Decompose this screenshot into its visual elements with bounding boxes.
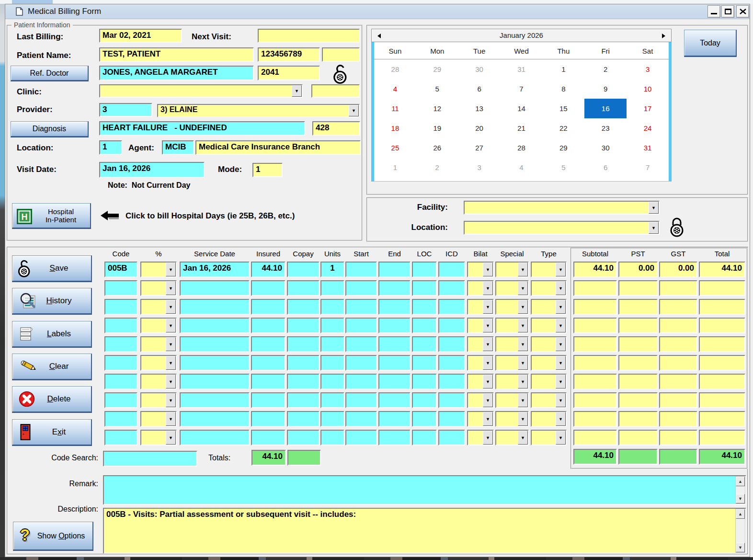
- grid-cell-total[interactable]: [699, 280, 745, 296]
- grid-cell-start[interactable]: [345, 374, 377, 389]
- grid-combo-special[interactable]: ▼: [495, 355, 529, 371]
- diagnosis-field[interactable]: HEART FAILURE - UNDEFINED: [99, 121, 305, 136]
- patient-phn-field[interactable]: 123456789: [258, 47, 320, 62]
- grid-cell-service_date[interactable]: Jan 16, 2026: [180, 262, 250, 277]
- grid-cell-units[interactable]: [320, 430, 344, 446]
- grid-cell-total[interactable]: [699, 318, 745, 333]
- grid-combo-special-arrow-icon[interactable]: ▼: [518, 375, 528, 389]
- calendar-day[interactable]: 9: [584, 79, 627, 99]
- grid-combo-pct-arrow-icon[interactable]: ▼: [166, 319, 176, 332]
- facility-location-dropdown[interactable]: ▼: [464, 221, 660, 235]
- grid-combo-bilat[interactable]: ▼: [467, 355, 494, 371]
- calendar-day[interactable]: 27: [458, 138, 501, 158]
- grid-combo-special[interactable]: ▼: [495, 411, 529, 427]
- grid-cell-loc[interactable]: [412, 262, 437, 277]
- next-visit-field[interactable]: [258, 29, 360, 43]
- calendar-day[interactable]: 2: [584, 59, 627, 79]
- grid-combo-pct[interactable]: ▼: [140, 355, 177, 371]
- grid-cell-icd[interactable]: [438, 280, 465, 296]
- grid-cell-service_date[interactable]: [180, 318, 250, 333]
- grid-cell-pst[interactable]: [618, 280, 658, 296]
- calendar-day[interactable]: 24: [627, 118, 669, 138]
- grid-cell-pst[interactable]: [618, 392, 658, 408]
- grid-cell-icd[interactable]: [438, 336, 465, 352]
- grid-cell-gst[interactable]: [659, 430, 697, 446]
- grid-combo-special-arrow-icon[interactable]: ▼: [518, 393, 528, 407]
- grid-cell-gst[interactable]: [659, 336, 697, 352]
- diagnosis-code-field[interactable]: 428: [312, 121, 360, 136]
- close-button[interactable]: [736, 5, 749, 18]
- grid-cell-code[interactable]: [104, 280, 137, 296]
- grid-cell-insured[interactable]: 44.10: [251, 262, 285, 277]
- grid-cell-insured[interactable]: [251, 374, 285, 389]
- grid-combo-type[interactable]: ▼: [531, 411, 567, 427]
- grid-cell-icd[interactable]: [438, 262, 465, 277]
- grid-cell-pst[interactable]: [618, 430, 658, 446]
- grid-cell-start[interactable]: [345, 430, 377, 446]
- ref-doctor-button[interactable]: Ref. Doctor: [11, 66, 89, 81]
- grid-cell-copay[interactable]: [287, 430, 319, 446]
- grid-cell-icd[interactable]: [438, 355, 465, 371]
- grid-cell-total[interactable]: 44.10: [699, 262, 745, 277]
- grid-cell-loc[interactable]: [412, 280, 437, 296]
- grid-cell-end[interactable]: [378, 262, 411, 277]
- grid-cell-code[interactable]: [104, 430, 137, 446]
- ref-doctor-field[interactable]: JONES, ANGELA MARGARET: [99, 66, 254, 80]
- grid-combo-bilat-arrow-icon[interactable]: ▼: [483, 356, 493, 370]
- grid-cell-code[interactable]: [104, 355, 137, 371]
- calendar-day[interactable]: 22: [542, 118, 584, 138]
- delete-button[interactable]: Delete: [12, 386, 92, 413]
- last-billing-field[interactable]: Mar 02, 2021: [99, 29, 182, 43]
- grid-combo-bilat[interactable]: ▼: [467, 392, 494, 408]
- calendar-day[interactable]: 7: [501, 79, 543, 99]
- grid-cell-loc[interactable]: [412, 336, 437, 352]
- grid-cell-icd[interactable]: [438, 411, 465, 427]
- grid-combo-type[interactable]: ▼: [531, 392, 567, 408]
- grid-cell-units[interactable]: [320, 392, 344, 408]
- clinic-dropdown-arrow-icon[interactable]: ▼: [292, 85, 302, 97]
- grid-combo-bilat[interactable]: ▼: [467, 374, 494, 389]
- location-field[interactable]: 1: [99, 140, 122, 155]
- grid-cell-service_date[interactable]: [180, 430, 250, 446]
- grid-cell-end[interactable]: [378, 355, 411, 371]
- grid-cell-end[interactable]: [378, 411, 411, 427]
- grid-combo-bilat-arrow-icon[interactable]: ▼: [483, 431, 493, 445]
- grid-combo-bilat-arrow-icon[interactable]: ▼: [483, 412, 493, 426]
- grid-cell-start[interactable]: [345, 280, 377, 296]
- grid-combo-special-arrow-icon[interactable]: ▼: [518, 300, 528, 314]
- grid-combo-type-arrow-icon[interactable]: ▼: [556, 337, 566, 351]
- history-button[interactable]: History: [12, 288, 92, 315]
- grid-cell-service_date[interactable]: [180, 280, 250, 296]
- grid-combo-type[interactable]: ▼: [531, 355, 567, 371]
- grid-cell-copay[interactable]: [287, 355, 319, 371]
- calendar-day[interactable]: 18: [374, 118, 416, 138]
- grid-cell-subtotal[interactable]: [573, 355, 617, 371]
- grid-combo-pct[interactable]: ▼: [140, 411, 177, 427]
- calendar-day[interactable]: 21: [501, 118, 543, 138]
- grid-cell-code[interactable]: [104, 374, 137, 389]
- patient-name-field[interactable]: TEST, PATIENT: [99, 47, 254, 62]
- grid-cell-end[interactable]: [378, 318, 411, 333]
- grid-cell-icd[interactable]: [438, 299, 465, 315]
- grid-combo-special-arrow-icon[interactable]: ▼: [518, 281, 528, 295]
- grid-cell-service_date[interactable]: [180, 299, 250, 315]
- grid-combo-bilat[interactable]: ▼: [467, 280, 494, 296]
- grid-combo-pct-arrow-icon[interactable]: ▼: [166, 375, 176, 389]
- grid-cell-service_date[interactable]: [180, 411, 250, 427]
- clear-button[interactable]: Clear: [12, 354, 92, 380]
- facility-location-dropdown-arrow-icon[interactable]: ▼: [649, 222, 659, 234]
- calendar-day[interactable]: 15: [542, 99, 584, 118]
- grid-combo-pct[interactable]: ▼: [140, 318, 177, 333]
- calendar-day[interactable]: 6: [458, 79, 501, 99]
- grid-cell-subtotal[interactable]: [573, 299, 617, 315]
- agent-name-field[interactable]: Medical Care Insurance Branch: [195, 140, 361, 155]
- calendar-day[interactable]: 28: [374, 59, 416, 79]
- grid-cell-gst[interactable]: [659, 299, 697, 315]
- grid-combo-pct[interactable]: ▼: [140, 336, 177, 352]
- grid-combo-type[interactable]: ▼: [531, 318, 567, 333]
- calendar-day[interactable]: 31: [501, 59, 543, 79]
- grid-cell-subtotal[interactable]: [573, 374, 617, 389]
- calendar-day[interactable]: 2: [416, 158, 458, 177]
- code-search-input[interactable]: [103, 451, 197, 467]
- scroll-track[interactable]: [736, 486, 745, 494]
